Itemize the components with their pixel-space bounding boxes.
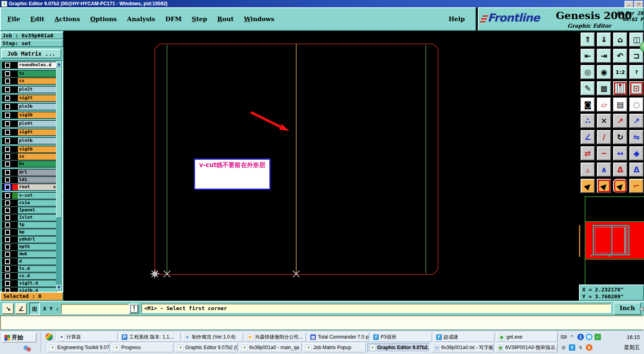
task-eng-system[interactable]: P工程系统 版本: 1.1.... xyxy=(119,332,180,342)
layer-name[interactable]: bp xyxy=(18,229,56,235)
zoom-area-button[interactable]: ↘ xyxy=(2,303,14,314)
layer-color-swatch[interactable] xyxy=(12,177,18,183)
layer-name[interactable]: sig2t.d xyxy=(18,280,56,287)
layer-name[interactable]: rout⊞ xyxy=(18,184,56,190)
select-cursor-icon[interactable]: ▶ xyxy=(581,179,595,193)
layer-checkbox[interactable] xyxy=(2,280,12,287)
layer-checkbox[interactable] xyxy=(2,154,12,160)
zoom-center-icon[interactable]: ◉ xyxy=(597,65,611,79)
layer-color-swatch[interactable] xyxy=(12,104,18,110)
layer-checkbox[interactable] xyxy=(2,78,12,84)
layer-row-sig5b[interactable]: sig5b xyxy=(2,146,56,153)
layer-name[interactable]: cs.d xyxy=(18,273,56,279)
layer-checkbox[interactable] xyxy=(2,200,12,206)
chevron-up-icon[interactable]: ∧ xyxy=(597,163,611,177)
origin-traffic-icon[interactable] xyxy=(613,81,627,96)
active-params-icon[interactable]: ⊡ xyxy=(629,81,644,96)
layer-color-swatch[interactable] xyxy=(12,154,18,160)
layer-name[interactable]: sig5b xyxy=(18,146,56,152)
messenger-icon[interactable] xyxy=(24,345,32,352)
layer-row-ts.d[interactable]: ts.d xyxy=(2,265,56,272)
select-poly-icon[interactable]: ▶ xyxy=(613,179,627,193)
angle-measure-icon[interactable]: ∠ xyxy=(581,130,595,144)
copy-layer-icon[interactable]: ↗ xyxy=(613,114,627,128)
task-progress[interactable]: ✕Progress xyxy=(111,343,174,352)
net-select-icon[interactable]: ∴ xyxy=(581,114,595,128)
layer-name[interactable]: cvia xyxy=(18,200,56,206)
layer-checkbox[interactable] xyxy=(2,146,12,152)
move-layer-icon[interactable]: ↗ xyxy=(629,114,644,128)
select-frame-icon[interactable]: ▶ xyxy=(597,179,611,193)
layer-checkbox[interactable] xyxy=(2,222,12,228)
mask-mode-icon[interactable]: ◌ xyxy=(629,98,644,112)
menu-help[interactable]: Help xyxy=(449,15,465,23)
layer-color-swatch[interactable] xyxy=(12,244,18,250)
task-wordpad[interactable]: ▤6v39p001a0.txt - 写字板 xyxy=(431,343,494,352)
layer-row-roundholes.d[interactable]: roundholes.d xyxy=(2,62,56,69)
layer-name[interactable]: 1slot xyxy=(18,215,56,221)
task-main-qa[interactable]: ✕6v39p001a0 - main_qa xyxy=(239,343,302,352)
layer-row-cs.d[interactable]: cs.d xyxy=(2,273,56,280)
previous-view-icon[interactable]: ↶ xyxy=(613,49,627,63)
grid-toggle-icon[interactable]: ▦ xyxy=(597,81,611,96)
task-job-matrix-popup[interactable]: ✕Job Matrix Popup xyxy=(303,343,366,352)
layer-row-ss[interactable]: ss xyxy=(2,153,56,160)
mirror-icon[interactable]: ⇋ xyxy=(629,130,644,144)
design-canvas[interactable]: v-cut线不要留在外形层 xyxy=(63,31,579,301)
layer-row-npth[interactable]: npth xyxy=(2,243,56,250)
layer-row-rout[interactable]: rout⊞ xyxy=(2,184,56,191)
layer-color-swatch[interactable] xyxy=(12,193,18,199)
alert-button[interactable]: ! xyxy=(129,304,139,314)
layer-name[interactable]: d xyxy=(18,258,56,265)
bluetooth-icon[interactable]: ᛒ xyxy=(577,334,584,340)
layer-checkbox[interactable] xyxy=(2,273,12,279)
help-pointer-icon[interactable]: ? xyxy=(629,65,644,79)
rotate-icon[interactable]: ↻ xyxy=(613,130,627,144)
task-review-doc[interactable]: ▦6V39P001A0-预审指示.... xyxy=(495,343,558,352)
collapse-tray-icon[interactable]: ^ xyxy=(569,334,575,340)
layer-name[interactable]: sig3b xyxy=(18,112,56,118)
layer-checkbox[interactable] xyxy=(2,215,12,221)
layer-row-1slot[interactable]: 1slot xyxy=(2,214,56,221)
layer-row-cs[interactable]: cs xyxy=(2,78,56,85)
layer-name[interactable]: pln4t xyxy=(18,121,56,127)
menu-options[interactable]: Options xyxy=(90,15,117,23)
layer-scrollbar[interactable]: ▲ ▼ xyxy=(56,61,62,291)
layer-color-swatch[interactable] xyxy=(12,222,18,228)
antivirus-shield-icon[interactable]: ✓ xyxy=(594,334,601,340)
layer-row-ts[interactable]: ts xyxy=(2,70,56,77)
layer-row-ydkdrl[interactable]: ydkdrl xyxy=(2,236,56,243)
layer-checkbox[interactable] xyxy=(2,184,12,190)
home-view-icon[interactable]: ⌂ xyxy=(613,33,627,47)
layer-color-swatch[interactable] xyxy=(12,78,18,84)
layer-color-swatch[interactable] xyxy=(12,146,18,152)
layer-checkbox[interactable] xyxy=(2,112,12,118)
scroll-up-icon[interactable]: ▲ xyxy=(56,61,62,67)
layer-name[interactable]: tp xyxy=(18,222,56,228)
layer-row-tp[interactable]: tp xyxy=(2,222,56,228)
scroll-left-icon[interactable]: ⇤ xyxy=(581,49,595,63)
zoom-ratio-icon[interactable]: 1:2 xyxy=(613,65,627,79)
layer-row-ldi[interactable]: ldi xyxy=(2,176,56,183)
layer-checkbox[interactable] xyxy=(2,266,12,272)
layer-color-swatch[interactable] xyxy=(12,184,18,190)
task-zhaochengjie[interactable]: f赵成捷 xyxy=(434,332,495,342)
layer-name[interactable]: bs xyxy=(18,161,56,167)
layer-checkbox[interactable] xyxy=(2,62,12,68)
menu-analysis[interactable]: Analysis xyxy=(127,15,155,23)
layer-name[interactable]: pln2t xyxy=(18,87,56,93)
layer-row-bs[interactable]: bs xyxy=(2,161,56,167)
layer-row-pln3b[interactable]: pln3b xyxy=(2,103,56,110)
rout-path-icon[interactable]: ⌐ xyxy=(629,179,644,193)
profile-mode-icon[interactable]: ▱ xyxy=(597,98,611,112)
layer-name[interactable]: roundholes.d xyxy=(18,62,56,68)
layer-color-swatch[interactable] xyxy=(12,280,18,287)
triangle-open-icon[interactable]: ▵ xyxy=(581,163,595,177)
layer-color-swatch[interactable] xyxy=(12,215,18,221)
layer-color-swatch[interactable] xyxy=(12,229,18,235)
layer-row-drl[interactable]: drl xyxy=(2,169,56,176)
layer-name[interactable]: sig4t xyxy=(18,129,56,135)
negative-mode-icon[interactable]: ◙ xyxy=(581,98,595,112)
layer-row-bp[interactable]: bp xyxy=(2,229,56,236)
task-calculator[interactable]: ⌗计算器 xyxy=(56,332,117,342)
